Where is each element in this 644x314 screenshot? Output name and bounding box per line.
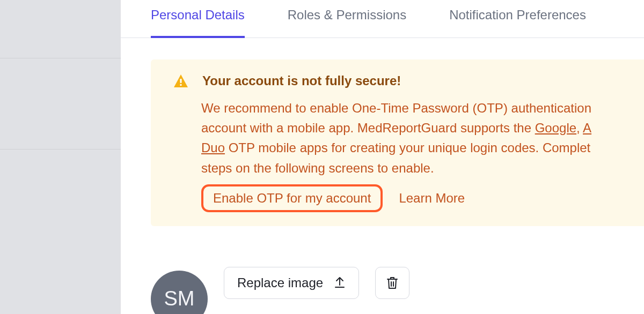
sidebar-divider xyxy=(0,149,121,149)
avatar-row: SM Replace image xyxy=(151,267,644,299)
link-label: Learn More xyxy=(399,191,465,205)
delete-image-button[interactable] xyxy=(375,267,409,299)
alert-text: , xyxy=(576,121,583,135)
main-content: Personal Details Roles & Permissions Not… xyxy=(121,0,644,314)
tab-label: Notification Preferences xyxy=(449,8,586,22)
learn-more-link[interactable]: Learn More xyxy=(399,191,465,206)
link-a[interactable]: A xyxy=(583,121,591,135)
avatar-initials: SM xyxy=(164,287,195,310)
tab-roles-permissions[interactable]: Roles & Permissions xyxy=(288,8,406,38)
tab-bar: Personal Details Roles & Permissions Not… xyxy=(121,0,644,38)
alert-title: Your account is not fully secure! xyxy=(202,73,401,88)
alert-text: OTP mobile apps for creating your unique… xyxy=(225,140,590,155)
button-label: Enable OTP for my account xyxy=(213,191,371,205)
replace-image-button[interactable]: Replace image xyxy=(224,267,359,299)
trash-icon xyxy=(386,276,398,290)
avatar: SM xyxy=(151,271,208,314)
warning-icon xyxy=(173,74,188,88)
alert-text: steps on the following screens to enable… xyxy=(201,161,434,175)
link-google[interactable]: Google xyxy=(535,121,576,135)
svg-rect-0 xyxy=(180,79,182,83)
enable-otp-button[interactable]: Enable OTP for my account xyxy=(201,184,383,212)
button-label: Replace image xyxy=(237,275,323,290)
link-duo[interactable]: Duo xyxy=(201,140,225,155)
upload-icon xyxy=(334,276,346,289)
tab-label: Personal Details xyxy=(151,8,245,22)
svg-point-1 xyxy=(180,84,181,86)
security-alert: Your account is not fully secure! We rec… xyxy=(151,59,644,226)
alert-text: account with a mobile app. MedReportGuar… xyxy=(201,121,535,135)
tab-label: Roles & Permissions xyxy=(288,8,406,22)
sidebar xyxy=(0,0,121,314)
alert-body: We recommend to enable One-Time Password… xyxy=(201,98,644,178)
sidebar-divider xyxy=(0,58,121,58)
alert-text: We recommend to enable One-Time Password… xyxy=(201,101,591,115)
tab-personal-details[interactable]: Personal Details xyxy=(151,8,245,38)
tab-notification-preferences[interactable]: Notification Preferences xyxy=(449,8,586,38)
